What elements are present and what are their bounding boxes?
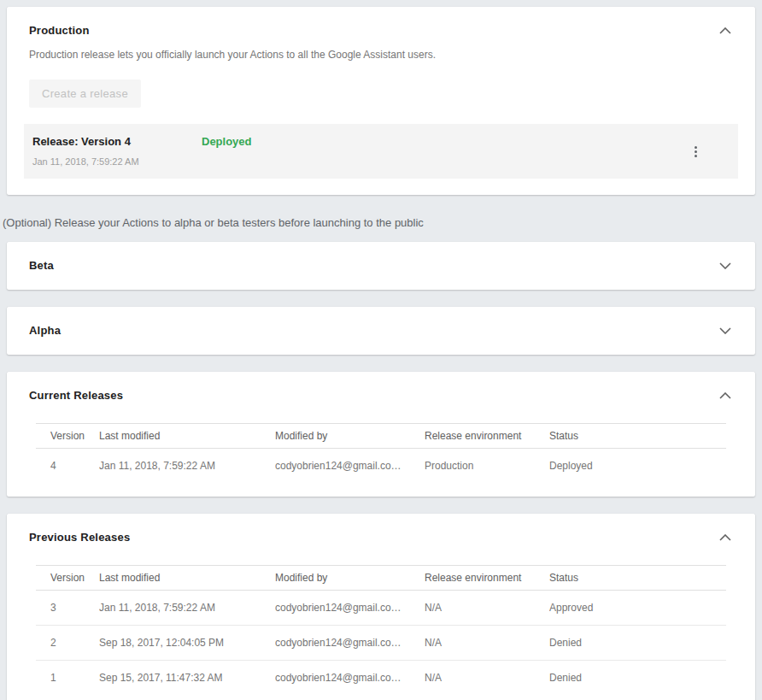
cell-last-modified: Sep 15, 2017, 11:47:32 AM (99, 661, 275, 696)
current-releases-section: Current Releases Version Last modified M… (7, 372, 755, 497)
cell-status: Deployed (549, 449, 726, 484)
cell-version: 4 (36, 449, 99, 484)
current-releases-header[interactable]: Current Releases (29, 389, 733, 403)
col-last-modified: Last modified (99, 424, 275, 449)
cell-last-modified: Sep 18, 2017, 12:04:05 PM (99, 626, 275, 661)
col-release-environment: Release environment (425, 566, 549, 591)
current-releases-title: Current Releases (29, 389, 123, 403)
chevron-up-icon[interactable] (718, 532, 733, 543)
table-header-row: Version Last modified Modified by Releas… (36, 424, 726, 449)
production-section: Production Production release lets you o… (7, 7, 755, 195)
table-row: 1 Sep 15, 2017, 11:47:32 AM codyobrien12… (36, 661, 726, 696)
chevron-up-icon[interactable] (718, 26, 733, 36)
cell-modified-by: codyobrien124@gmail.co… (275, 661, 425, 696)
cell-last-modified: Jan 11, 2018, 7:59:22 AM (99, 591, 275, 626)
col-release-environment: Release environment (425, 424, 549, 449)
col-last-modified: Last modified (99, 566, 275, 591)
col-status: Status (549, 566, 726, 591)
table-row: 2 Sep 18, 2017, 12:04:05 PM codyobrien12… (36, 626, 726, 661)
cell-release-environment: N/A (425, 626, 549, 661)
release-info: Release: Version 4 Jan 11, 2018, 7:59:22… (32, 135, 202, 168)
col-status: Status (549, 424, 726, 449)
beta-section[interactable]: Beta (7, 242, 755, 290)
cell-release-environment: N/A (425, 591, 549, 626)
cell-modified-by: codyobrien124@gmail.co… (275, 591, 425, 626)
cell-version: 2 (36, 626, 99, 661)
cell-modified-by: codyobrien124@gmail.co… (275, 449, 425, 484)
cell-version: 1 (36, 661, 99, 696)
current-releases-table: Version Last modified Modified by Releas… (36, 423, 726, 483)
releases-page: Production Production release lets you o… (0, 0, 762, 700)
alpha-section[interactable]: Alpha (7, 307, 755, 355)
chevron-down-icon[interactable] (718, 261, 733, 271)
release-status-badge: Deployed (202, 135, 252, 149)
col-modified-by: Modified by (275, 424, 425, 449)
cell-status: Denied (549, 661, 726, 696)
cell-status: Approved (549, 591, 726, 626)
production-title: Production (29, 24, 90, 38)
alpha-title: Alpha (29, 324, 61, 338)
release-title: Release: Version 4 (32, 135, 202, 149)
kebab-menu-icon[interactable] (691, 143, 700, 161)
previous-releases-title: Previous Releases (29, 531, 130, 544)
cell-last-modified: Jan 11, 2018, 7:59:22 AM (99, 449, 275, 484)
col-version: Version (36, 424, 99, 449)
previous-releases-header[interactable]: Previous Releases (29, 531, 733, 544)
create-release-button[interactable]: Create a release (29, 79, 141, 108)
chevron-up-icon[interactable] (718, 391, 733, 401)
cell-release-environment: N/A (425, 661, 549, 696)
release-date: Jan 11, 2018, 7:59:22 AM (32, 156, 202, 168)
production-section-header[interactable]: Production (29, 24, 733, 38)
cell-modified-by: codyobrien124@gmail.co… (275, 626, 425, 661)
table-header-row: Version Last modified Modified by Releas… (36, 566, 726, 591)
cell-release-environment: Production (425, 449, 549, 484)
table-row: 4 Jan 11, 2018, 7:59:22 AM codyobrien124… (36, 449, 726, 484)
col-version: Version (36, 566, 99, 591)
previous-releases-table: Version Last modified Modified by Releas… (36, 565, 726, 695)
cell-version: 3 (36, 591, 99, 626)
col-modified-by: Modified by (275, 566, 425, 591)
optional-note: (Optional) Release your Actions to alpha… (0, 215, 762, 231)
cell-status: Denied (549, 626, 726, 661)
production-description: Production release lets you officially l… (29, 49, 733, 62)
beta-title: Beta (29, 259, 54, 273)
release-row: Release: Version 4 Jan 11, 2018, 7:59:22… (24, 124, 738, 179)
table-row: 3 Jan 11, 2018, 7:59:22 AM codyobrien124… (36, 591, 726, 626)
previous-releases-section: Previous Releases Version Last modified … (7, 514, 755, 700)
chevron-down-icon[interactable] (718, 326, 733, 336)
